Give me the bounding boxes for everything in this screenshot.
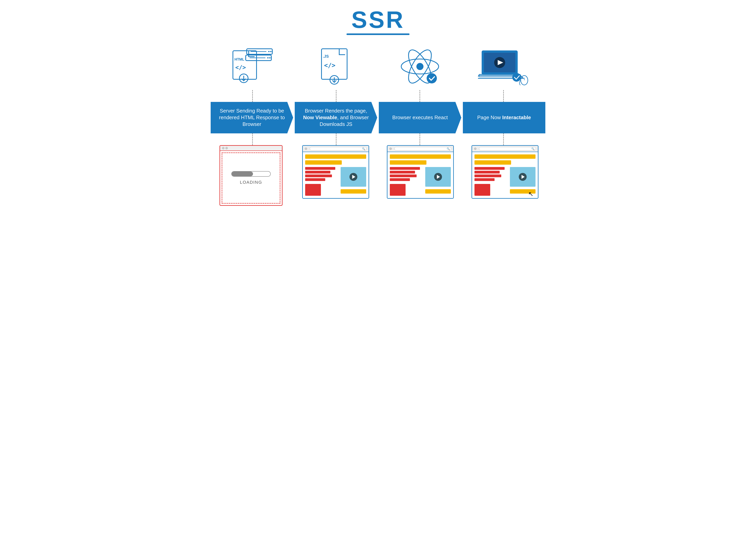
text-line-4-2 [474, 171, 500, 174]
search-bar: 🔍 [310, 147, 367, 150]
icon-to-chevron-connectors [211, 90, 545, 102]
chevron-to-screen-connectors [211, 133, 545, 145]
svg-point-7 [267, 57, 268, 58]
step1-icon-cell: HTML </> [211, 47, 294, 90]
search-bar-3: 🔍 [394, 147, 451, 150]
text-line-3 [305, 175, 332, 177]
yellow-bar-half-4 [474, 160, 511, 165]
play-button-4 [519, 173, 526, 181]
text-line-2 [305, 171, 331, 174]
text-line-1 [305, 167, 335, 170]
screen-cell-3: 🔍 [380, 145, 461, 199]
react-titlebar: 🔍 [387, 146, 453, 152]
play-button-3 [434, 173, 442, 181]
connector-2 [336, 90, 336, 102]
play-triangle-3 [437, 175, 440, 179]
connector-3 [420, 90, 420, 102]
loading-browser: LOADING [220, 145, 283, 206]
connector-5 [252, 133, 253, 145]
screen-cell-4: 🔍 [465, 145, 545, 199]
svg-text:</>: </> [324, 62, 335, 69]
loading-titlebar [220, 146, 282, 151]
text-line-3-3 [390, 175, 417, 177]
svg-point-2 [268, 51, 269, 52]
play-button-2 [349, 173, 357, 181]
viewable-content [303, 152, 369, 198]
content-left-3 [390, 167, 423, 196]
svg-text:HTML: HTML [235, 57, 244, 61]
content-left-4 [474, 167, 508, 196]
svg-text:</>: </> [235, 64, 246, 71]
yellow-bar-wide-3 [390, 154, 451, 159]
text-lines-3 [390, 167, 423, 181]
content-right-3 [425, 167, 451, 196]
cursor-icon: ↖ [528, 190, 533, 198]
loading-bar-fill [232, 172, 253, 176]
play-triangle-2 [352, 175, 355, 179]
svg-text:.JS: .JS [323, 54, 329, 58]
yellow-bar-wide-4 [474, 154, 535, 159]
content-layout-4: ↖ [474, 167, 535, 196]
chevron-cell-2: Browser Renders the page, Now Viewable, … [295, 102, 377, 133]
chevron-label-3: Browser executes React [392, 114, 448, 121]
interactable-content: ↖ [472, 152, 538, 198]
yellow-bar-half-3 [390, 160, 426, 165]
step3-icon-cell [378, 47, 462, 90]
svg-point-24 [426, 73, 437, 83]
search-bar-4: 🔍 [479, 147, 536, 150]
loading-label: LOADING [240, 180, 262, 185]
chevron-box-2: Browser Renders the page, Now Viewable, … [295, 102, 377, 133]
chevron-box-1: Server Sending Ready to be rendered HTML… [211, 102, 293, 133]
yellow-bar-half [305, 160, 342, 165]
text-line-3-4 [390, 178, 410, 181]
tb-dot [305, 148, 307, 150]
chevron-cell-4: Page Now Interactable [463, 102, 545, 133]
chevron-box-3: Browser executes React [379, 102, 461, 133]
yellow-bar-right-3 [425, 189, 451, 193]
atom-icon [398, 47, 441, 90]
chevron-box-4: Page Now Interactable [463, 102, 545, 133]
red-block-3 [390, 184, 406, 196]
text-line-4-4 [474, 178, 495, 181]
svg-point-8 [269, 57, 270, 58]
svg-point-23 [417, 63, 424, 70]
screen-row: LOADING 🔍 [211, 145, 545, 206]
interactable-titlebar: 🔍 [472, 146, 538, 152]
media-block-4 [510, 167, 535, 187]
chevron-cell-3: Browser executes React [379, 102, 461, 133]
red-block [305, 184, 321, 196]
connector-6 [336, 133, 336, 145]
connector-8 [503, 133, 504, 145]
js-file-icon: .JS </> [319, 47, 354, 90]
connector-4 [503, 90, 504, 102]
yellow-bar-right [340, 189, 366, 193]
tb-dot-3 [389, 148, 392, 150]
content-layout-3 [390, 167, 451, 196]
step2-icon-cell: .JS </> [294, 47, 378, 90]
text-lines-4 [474, 167, 508, 181]
connector-7 [420, 133, 420, 145]
content-layout [305, 167, 366, 196]
text-line-3-1 [390, 167, 420, 170]
svg-point-4 [271, 51, 272, 52]
step4-icon-cell [462, 47, 545, 90]
text-line-4-3 [474, 175, 501, 177]
svg-point-30 [512, 73, 521, 82]
interactable-browser: 🔍 [472, 145, 538, 199]
text-line-4 [305, 178, 325, 181]
text-line-4-1 [474, 167, 505, 170]
search-icon-3: 🔍 [447, 147, 450, 150]
search-icon-4: 🔍 [531, 147, 534, 150]
media-block-2 [340, 167, 366, 187]
svg-point-9 [270, 57, 271, 58]
svg-point-3 [270, 51, 271, 52]
media-block-3 [425, 167, 451, 187]
search-icon: 🔍 [362, 147, 365, 150]
chevron-label-4: Page Now Interactable [477, 114, 531, 121]
titlebar-dot2 [226, 147, 228, 149]
loading-content: LOADING [222, 152, 280, 203]
chevron-row: Server Sending Ready to be rendered HTML… [211, 102, 545, 133]
loading-bar-wrap [231, 171, 271, 177]
screen-cell-2: 🔍 [295, 145, 376, 199]
content-right-4: ↖ [510, 167, 535, 196]
